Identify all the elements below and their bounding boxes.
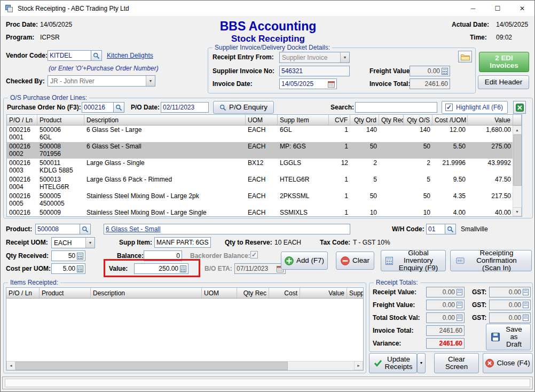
product-search-icon[interactable] xyxy=(80,224,91,234)
column-header[interactable]: Description xyxy=(91,288,202,298)
check-icon xyxy=(374,359,382,367)
column-header[interactable]: P/O / Ln xyxy=(6,288,40,298)
po-line-row[interactable]: 00021600015000066GL6 Glass Set - LargeEA… xyxy=(7,126,513,142)
actual-date-label: Actual Date: xyxy=(452,21,489,28)
wh-code-input[interactable]: 01 xyxy=(426,224,445,234)
po-line-row[interactable]: 000216500009Stainless Steel Mixing Bowl … xyxy=(7,208,513,217)
column-header[interactable]: UOM xyxy=(246,115,278,125)
column-header[interactable]: Cost /UOM xyxy=(432,115,468,125)
vendor-name-link[interactable]: Kitchen Delights xyxy=(107,52,153,59)
scroll-left-icon[interactable]: ◄ xyxy=(6,361,15,370)
column-header[interactable]: CVF xyxy=(329,115,350,125)
checkbox-checked-icon: ✓ xyxy=(445,104,453,111)
scroll-up-icon[interactable]: ▲ xyxy=(513,126,522,135)
supplier-invoice-group-title: Supplier Invoice/Delivery Docket Details… xyxy=(213,44,332,51)
calendar-icon[interactable] xyxy=(328,81,335,88)
close-window-button[interactable]: ✕ xyxy=(510,1,534,16)
supplier-invoice-no-label: Supplier Invoice No: xyxy=(213,67,274,75)
vendor-code-input[interactable]: KITDEL xyxy=(48,50,91,61)
supplier-invoice-no-input[interactable]: 546321 xyxy=(279,66,350,76)
column-header[interactable]: Supp It xyxy=(347,288,364,298)
supp-item-input[interactable]: MANF PART: 6GS xyxy=(154,237,211,248)
scroll-right-icon[interactable]: ► xyxy=(354,361,363,370)
receipt-entry-from-select[interactable]: Supplier Invoice ▼ xyxy=(279,52,350,63)
po-line-row[interactable]: 0002160004500013HTELG6RLarge Glass 6 Pac… xyxy=(7,175,513,192)
invoice-total-label: Invoice Total: xyxy=(369,80,410,88)
column-header[interactable]: Supp Item xyxy=(278,115,329,125)
column-header[interactable]: Qty Rec xyxy=(237,288,269,298)
product-desc-field[interactable]: 6 Glass Set - Small xyxy=(104,224,350,234)
time-value: 09:02 xyxy=(496,34,512,41)
scroll-down-icon[interactable]: ▼ xyxy=(513,207,522,216)
items-table-body xyxy=(6,299,363,362)
column-header[interactable]: Qty Ord xyxy=(350,115,379,125)
invoice-date-input[interactable]: 14/05/2025 xyxy=(279,79,337,89)
column-header[interactable]: Cost xyxy=(269,288,300,298)
update-receipts-button[interactable]: Update Receipts xyxy=(369,353,417,373)
column-header[interactable]: P/O / Ln xyxy=(7,115,37,125)
column-header[interactable]: UOM xyxy=(202,288,237,298)
freight-value-input[interactable]: 0.00 xyxy=(410,66,450,76)
qty-received-label: Qty Received: xyxy=(6,252,49,260)
value-label: Value: xyxy=(109,265,128,272)
vendor-code-label: Vendor Code: xyxy=(6,52,48,59)
save-as-draft-button[interactable]: Save as Draft xyxy=(486,324,531,350)
cost-per-uom-input[interactable]: 5.00 xyxy=(51,263,85,274)
value-input[interactable]: 250.00 xyxy=(134,263,188,274)
column-header[interactable]: Product xyxy=(37,115,84,125)
highlight-all-label: Highlight All (F6) xyxy=(456,104,503,111)
column-header[interactable]: Description xyxy=(84,115,246,125)
checked-by-select[interactable]: JR - John River ▼ xyxy=(48,75,155,87)
edi-invoices-button[interactable]: 2 EDI Invoices xyxy=(479,52,529,72)
folder-icon[interactable] xyxy=(458,51,472,62)
scroll-thumb[interactable] xyxy=(15,362,288,370)
backorder-balance-label: Backorder Balance: xyxy=(190,252,250,260)
edit-header-button[interactable]: Edit Header xyxy=(478,75,529,89)
po-date-input[interactable]: 02/11/2023 xyxy=(161,102,209,113)
export-excel-icon[interactable] xyxy=(513,101,526,114)
po-search-icon[interactable] xyxy=(113,102,124,113)
update-receipts-dropdown[interactable]: ▼ xyxy=(417,353,426,373)
column-header[interactable]: Value xyxy=(468,115,513,125)
calculator-icon[interactable] xyxy=(77,253,83,260)
wh-search-icon[interactable] xyxy=(445,224,456,234)
global-inventory-enquiry-button[interactable]: Global Inventory Enquiry (F9) xyxy=(381,250,446,271)
column-header[interactable]: Product xyxy=(40,288,91,298)
receipt-uom-label: Receipt UOM: xyxy=(6,239,48,246)
column-header[interactable]: Qty Rec xyxy=(379,115,404,125)
po-line-row[interactable]: 00021600055000054500005Stainless Steel M… xyxy=(7,192,513,208)
items-table-hscrollbar[interactable]: ◄ ► xyxy=(6,361,363,370)
product-code-input[interactable]: 500008 xyxy=(35,224,80,234)
add-button[interactable]: Add (F7) xyxy=(281,252,328,270)
qty-to-reserve-label: Qty to Reserve: xyxy=(225,239,272,246)
po-table-vscrollbar[interactable]: ▲ ▼ xyxy=(513,126,522,216)
column-header[interactable]: Value xyxy=(300,288,347,298)
vendor-search-icon[interactable] xyxy=(91,50,102,61)
clear-button[interactable]: Clear xyxy=(336,252,374,270)
calculator-icon[interactable] xyxy=(180,265,186,272)
maximize-button[interactable]: ☐ xyxy=(485,1,510,16)
backorder-balance-checkbox[interactable]: ✓ xyxy=(250,251,258,258)
column-header[interactable]: Qty O/S xyxy=(404,115,432,125)
minimize-button[interactable]: ─ xyxy=(461,1,485,16)
chevron-down-icon: ▼ xyxy=(146,76,155,86)
close-button[interactable]: Close (F4) xyxy=(483,353,533,373)
highlight-all-checkbox[interactable]: ✓ Highlight All (F6) xyxy=(442,101,508,114)
po-enquiry-button[interactable]: P/O Enquiry xyxy=(213,101,274,114)
screen-title: Stock Receipting xyxy=(182,34,354,44)
scroll-thumb[interactable] xyxy=(513,135,522,186)
items-table-header: P/O / LnProductDescriptionUOMQty RecCost… xyxy=(6,288,363,299)
po-table-header: P/O / LnProductDescriptionUOMSupp ItemCV… xyxy=(7,115,522,126)
calculator-icon[interactable] xyxy=(77,265,83,272)
clear-screen-button[interactable]: Clear Screen xyxy=(434,353,479,373)
po-line-row[interactable]: 00021600025000087019566 Glass Set - Smal… xyxy=(7,142,513,159)
receipt-uom-select[interactable]: EACH ▼ xyxy=(51,237,95,248)
search-input[interactable] xyxy=(355,102,437,113)
qty-received-input[interactable]: 50 xyxy=(51,250,85,261)
po-lines-group-title: O/S Purchase Order Lines: xyxy=(8,94,89,101)
po-line-row[interactable]: 0002160003500011KDLG 5885Large Glass - S… xyxy=(7,159,513,175)
po-no-input[interactable]: 000216 xyxy=(82,102,114,113)
receipt-totals-group-title: Receipt Totals: xyxy=(374,279,420,286)
stock-gst-field: 0.00 xyxy=(489,312,531,323)
receipting-confirmation-button[interactable]: Receipting Confirmation (Scan In) xyxy=(450,250,532,271)
